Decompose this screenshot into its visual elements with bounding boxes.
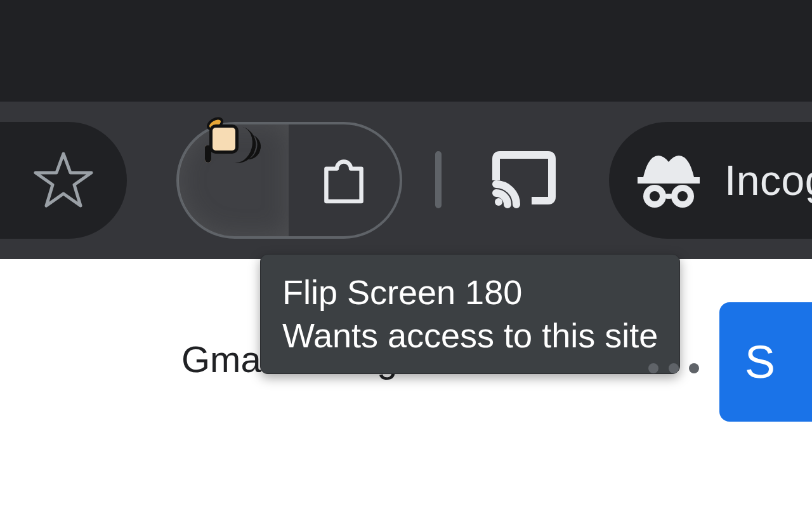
bookmark-star-button[interactable] [0,122,127,239]
svg-point-3 [650,191,660,201]
sign-in-label-fragment: S [745,336,775,388]
star-outline-icon [32,149,95,212]
incognito-indicator[interactable]: Incog [609,122,812,239]
tooltip-title: Flip Screen 180 [282,271,658,314]
sign-in-button[interactable]: S [719,302,812,422]
coin-flip-hand-icon [205,149,262,212]
extensions-pill [176,122,402,239]
incognito-icon [637,152,700,209]
svg-rect-5 [665,194,672,199]
google-apps-button[interactable] [648,363,699,373]
extension-flip-screen-button[interactable] [178,124,289,236]
page-content: Gmail Images Flip Screen 180 Wants acces… [0,259,812,508]
cast-button[interactable] [492,151,556,208]
tooltip-subtitle: Wants access to this site [282,314,658,358]
puzzle-piece-icon [315,151,373,210]
browser-toolbar: Incog [0,102,812,259]
svg-point-0 [495,198,502,206]
svg-point-4 [678,191,688,201]
incognito-label: Incog [724,156,812,204]
toolbar-separator [435,151,442,208]
browser-tab-strip [0,0,812,102]
extensions-menu-button[interactable] [289,124,399,236]
extension-permission-tooltip: Flip Screen 180 Wants access to this sit… [260,254,680,374]
